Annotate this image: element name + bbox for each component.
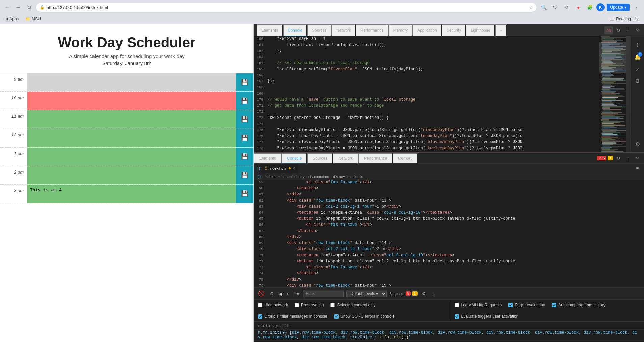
console-settings-icon[interactable]: ⚙ bbox=[614, 154, 622, 162]
forward-button[interactable]: → bbox=[14, 3, 23, 12]
save-btn-10am[interactable]: 💾 bbox=[236, 92, 253, 110]
tab-application[interactable]: Application bbox=[412, 24, 442, 36]
reload-button[interactable]: ↻ bbox=[24, 3, 34, 12]
fn-init-link[interactable]: k.fn.init(1) bbox=[379, 335, 408, 340]
bookmark-apps[interactable]: ⊞ Apps bbox=[3, 16, 21, 22]
opt-show-cors[interactable]: Show CORS errors in console bbox=[334, 314, 395, 319]
reading-list-button[interactable]: 📖 Reading List bbox=[607, 16, 641, 22]
notification-icon[interactable]: 🔔 2 bbox=[632, 51, 643, 62]
opt-group-similar[interactable]: Group similar messages in console bbox=[258, 314, 327, 319]
tab-lighthouse[interactable]: Lighthouse bbox=[466, 24, 495, 36]
eval-triggers-checkbox[interactable] bbox=[455, 314, 459, 319]
cursor-tool-icon[interactable]: ⊹ bbox=[632, 39, 643, 50]
devtools-close-btn[interactable]: ✕ bbox=[633, 26, 641, 34]
console-filter-btn[interactable]: ⊘ bbox=[269, 290, 275, 297]
textarea-2pm[interactable] bbox=[27, 166, 236, 184]
eager-eval-checkbox[interactable] bbox=[508, 303, 513, 307]
issues-badge-btn[interactable]: ⚠ 5 bbox=[604, 26, 613, 34]
opt-autocomplete[interactable]: Autocomplete from history bbox=[552, 302, 605, 307]
console-vertical-dots[interactable]: ⋮ bbox=[624, 154, 632, 162]
hide-network-checkbox[interactable] bbox=[258, 303, 262, 307]
script-link[interactable]: script.js:219 bbox=[258, 324, 290, 328]
gear-sidebar-icon[interactable]: ⚙ bbox=[632, 139, 643, 150]
tab-sources[interactable]: Sources bbox=[307, 24, 331, 36]
top-context-chevron[interactable]: ▾ bbox=[285, 290, 290, 297]
opt-preserve-log[interactable]: Preserve log bbox=[295, 302, 324, 307]
div-link-2[interactable]: div.row.time-block bbox=[341, 330, 384, 335]
opt-eval-triggers[interactable]: Evaluate triggers user activation bbox=[455, 314, 519, 319]
textarea-10am[interactable] bbox=[27, 92, 236, 110]
tab-console[interactable]: Console bbox=[283, 24, 307, 36]
tab-more[interactable]: » bbox=[495, 24, 507, 36]
div-link-7[interactable]: div.row.time-block bbox=[584, 330, 627, 335]
selected-context-checkbox[interactable] bbox=[330, 303, 335, 307]
show-cors-checkbox[interactable] bbox=[334, 314, 339, 319]
bottom-tab-elements[interactable]: Elements bbox=[254, 153, 281, 164]
bookmark-msu[interactable]: 📁 MSU bbox=[23, 16, 43, 22]
div-link-6[interactable]: div.row.time-block bbox=[535, 330, 579, 335]
breadcrumb-indexhtml[interactable]: index.html bbox=[265, 175, 281, 179]
search-icon-btn[interactable]: 🔍 bbox=[539, 3, 548, 12]
shield-icon-btn[interactable]: 🛡 bbox=[551, 3, 560, 12]
menu-icon-btn[interactable]: ⋮ bbox=[632, 3, 641, 12]
opt-selected-context[interactable]: Selected context only bbox=[330, 302, 375, 307]
bottom-tab-console[interactable]: Console bbox=[281, 153, 307, 164]
breadcrumb-body[interactable]: body bbox=[296, 175, 304, 179]
breadcrumb-div-row-time-block[interactable]: div.row.time-block bbox=[333, 175, 363, 179]
textarea-3pm[interactable]: This is at 4 bbox=[27, 185, 236, 203]
textarea-1pm[interactable] bbox=[27, 148, 236, 166]
opt-eager-eval[interactable]: Eager evaluation bbox=[508, 302, 545, 307]
more-files-btn[interactable]: ≡ bbox=[633, 164, 641, 173]
save-btn-1pm[interactable]: 💾 bbox=[236, 148, 253, 166]
tab-elements[interactable]: Elements bbox=[257, 24, 283, 36]
console-clear-btn[interactable]: 🚫 bbox=[257, 290, 266, 297]
file-tab-close[interactable]: × bbox=[293, 166, 295, 171]
bottom-tab-memory[interactable]: Memory bbox=[393, 153, 418, 164]
extension-icon-btn[interactable]: ⚙ bbox=[562, 3, 571, 12]
opt-log-xml[interactable]: Log XMLHttpRequests bbox=[455, 302, 502, 307]
save-btn-11am[interactable]: 💾 bbox=[236, 110, 253, 129]
tab-security[interactable]: Security bbox=[442, 24, 466, 36]
bottom-tab-network[interactable]: Network bbox=[333, 153, 358, 164]
console-close-btn[interactable]: ✕ bbox=[633, 154, 641, 162]
textarea-12pm[interactable] bbox=[27, 129, 236, 147]
group-similar-checkbox[interactable] bbox=[258, 314, 262, 319]
record-icon-btn[interactable]: ● bbox=[573, 3, 583, 12]
console-gear-btn[interactable]: ⚙ bbox=[420, 290, 428, 297]
log-xml-checkbox[interactable] bbox=[455, 303, 459, 307]
div-link-1[interactable]: div.row.time-block bbox=[292, 330, 336, 335]
file-tab-index-html[interactable]: ⟨⟩ index.html × bbox=[261, 164, 299, 173]
console-levels-select[interactable]: Default levels ▾ bbox=[346, 290, 387, 297]
tab-performance[interactable]: Performance bbox=[356, 24, 388, 36]
save-btn-9am[interactable]: 💾 bbox=[236, 73, 253, 91]
breadcrumb-html[interactable]: html bbox=[286, 175, 293, 179]
puzzle-icon-btn[interactable]: 🧩 bbox=[585, 3, 594, 12]
save-btn-12pm[interactable]: 💾 bbox=[236, 129, 253, 147]
textarea-11am[interactable] bbox=[27, 110, 236, 129]
console-vert-dots[interactable]: ⋮ bbox=[430, 290, 438, 297]
bottom-tab-performance[interactable]: Performance bbox=[358, 153, 393, 164]
back-button[interactable]: ← bbox=[3, 3, 12, 12]
opt-hide-network[interactable]: Hide network bbox=[258, 302, 288, 307]
div-link-5[interactable]: div.row.time-block bbox=[486, 330, 530, 335]
account-avatar[interactable]: K bbox=[596, 3, 605, 11]
autocomplete-checkbox[interactable] bbox=[552, 303, 556, 307]
div-link-3[interactable]: div.row.time-block bbox=[389, 330, 433, 335]
save-btn-2pm[interactable]: 💾 bbox=[236, 166, 253, 184]
save-btn-3pm[interactable]: 💾 bbox=[236, 185, 253, 203]
layers-icon[interactable]: ⧉ bbox=[632, 76, 643, 86]
devtools-vertical-dots[interactable]: ⋮ bbox=[624, 26, 632, 34]
div-link-4[interactable]: div.row.time-block bbox=[438, 330, 482, 335]
tab-memory[interactable]: Memory bbox=[388, 24, 412, 36]
console-filter-input[interactable] bbox=[303, 290, 344, 297]
devtools-settings-btn[interactable]: ⚙ bbox=[614, 26, 622, 34]
textarea-9am[interactable] bbox=[27, 73, 236, 91]
pointer-tool-icon[interactable]: ↗ bbox=[632, 63, 643, 74]
div-link-9[interactable]: div.row.time-block bbox=[302, 335, 346, 340]
address-bar[interactable]: 🔒 http://127.0.0.1:5500/index.html ☆ bbox=[36, 3, 537, 12]
update-button[interactable]: Update ▾ bbox=[607, 4, 630, 11]
bottom-tab-sources[interactable]: Sources bbox=[307, 153, 333, 164]
breadcrumb-div-container[interactable]: div.container bbox=[308, 175, 329, 179]
preserve-log-checkbox[interactable] bbox=[295, 303, 299, 307]
tab-network[interactable]: Network bbox=[331, 24, 356, 36]
